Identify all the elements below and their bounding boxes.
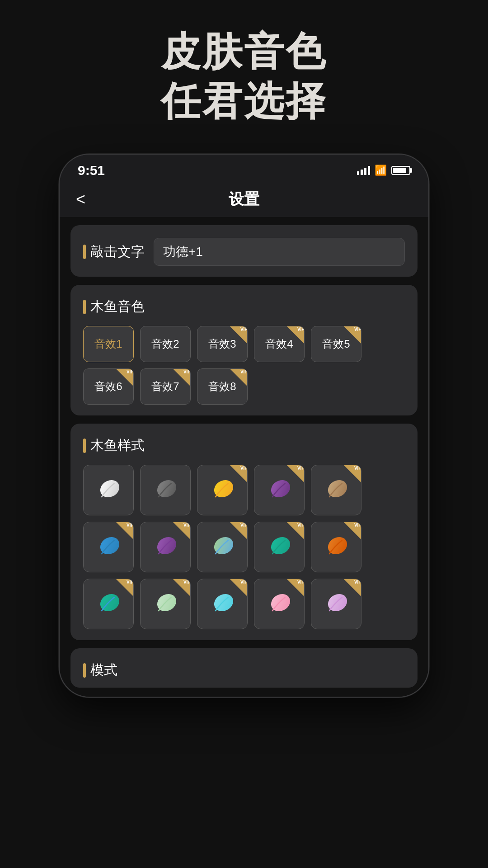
sound-btn-sound7[interactable]: 音效7: [140, 368, 191, 405]
sound-btn-sound2[interactable]: 音效2: [140, 326, 191, 362]
status-bar: 9:51 📶: [60, 155, 428, 182]
sound-btn-sound8[interactable]: 音效8: [197, 368, 248, 405]
style-btn-s4[interactable]: [254, 465, 305, 515]
mode-section: 模式: [70, 648, 418, 688]
hit-text-label: 敲击文字: [83, 243, 145, 261]
sound-btn-sound4[interactable]: 音效4: [254, 326, 305, 362]
hero-line1: 皮肤音色: [161, 27, 327, 77]
wifi-icon: 📶: [375, 165, 387, 176]
scroll-content: 敲击文字 木鱼音色 音效1音效2音效3音效4音效5音效6音效7音效8 木鱼样式: [60, 217, 428, 697]
mode-section-label: 模式: [83, 661, 405, 679]
signal-icon: [357, 166, 370, 175]
sound-section-title-row: 木鱼音色: [83, 297, 405, 316]
sound-btn-sound6[interactable]: 音效6: [83, 368, 134, 405]
back-button[interactable]: <: [76, 190, 85, 209]
style-btn-s12[interactable]: [140, 579, 191, 629]
style-btn-s2[interactable]: [140, 465, 191, 515]
nav-title: 设置: [229, 189, 259, 210]
status-icons: 📶: [357, 165, 410, 176]
style-section: 木鱼样式: [70, 424, 418, 640]
style-section-label: 木鱼样式: [83, 436, 405, 455]
svg-point-0: [97, 476, 122, 500]
svg-point-1: [154, 476, 179, 500]
sound-section-label: 木鱼音色: [83, 297, 405, 316]
battery-icon: [391, 166, 410, 175]
hit-text-input[interactable]: [154, 238, 405, 266]
style-grid: [83, 465, 405, 629]
sound-section: 木鱼音色 音效1音效2音效3音效4音效5音效6音效7音效8: [70, 285, 418, 415]
style-btn-s6[interactable]: [83, 522, 134, 572]
hit-text-section: 敲击文字: [70, 225, 418, 277]
style-btn-s8[interactable]: [197, 522, 248, 572]
phone-mockup: 9:51 📶 < 设置 敲击文字: [59, 154, 429, 698]
nav-bar: < 设置: [60, 182, 428, 217]
style-btn-s3[interactable]: [197, 465, 248, 515]
style-btn-s13[interactable]: [197, 579, 248, 629]
sound-btn-sound3[interactable]: 音效3: [197, 326, 248, 362]
style-btn-s9[interactable]: [254, 522, 305, 572]
style-btn-s14[interactable]: [254, 579, 305, 629]
style-btn-s5[interactable]: [311, 465, 361, 515]
sound-btn-sound1[interactable]: 音效1: [83, 326, 134, 362]
style-btn-s11[interactable]: [83, 579, 134, 629]
hit-text-row: 敲击文字: [83, 238, 405, 266]
hero-title: 皮肤音色 任君选择: [161, 27, 327, 127]
sound-grid: 音效1音效2音效3音效4音效5音效6音效7音效8: [83, 326, 405, 405]
style-btn-s1[interactable]: [83, 465, 134, 515]
style-btn-s10[interactable]: [311, 522, 361, 572]
style-btn-s15[interactable]: [311, 579, 361, 629]
hero-line2: 任君选择: [161, 77, 327, 127]
sound-btn-sound5[interactable]: 音效5: [311, 326, 361, 362]
style-btn-s7[interactable]: [140, 522, 191, 572]
status-time: 9:51: [78, 163, 105, 178]
style-section-title-row: 木鱼样式: [83, 436, 405, 455]
